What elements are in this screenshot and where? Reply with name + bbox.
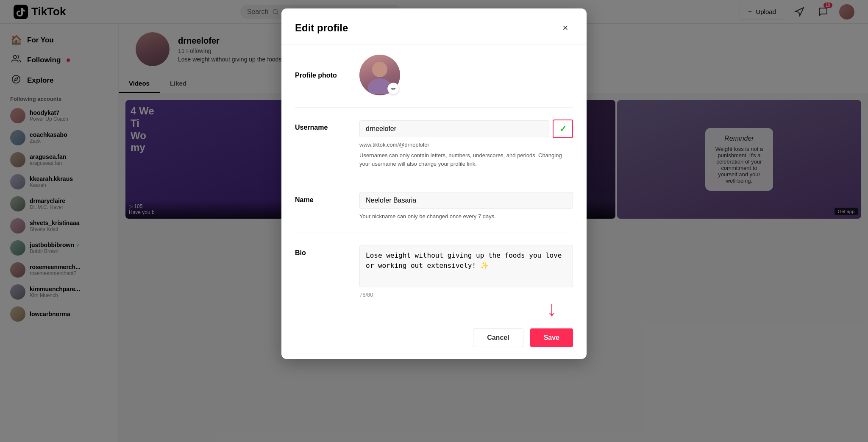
modal-header: Edit profile ×	[281, 8, 587, 44]
username-hint: Usernames can only contain letters, numb…	[359, 151, 573, 168]
modal-close-button[interactable]: ×	[558, 20, 573, 36]
profile-link: www.tiktok.com/@drneelofer	[359, 142, 573, 148]
photo-label: Profile photo	[295, 55, 346, 79]
bio-textarea[interactable]: Lose weight without giving up the foods …	[359, 245, 573, 287]
username-field-wrapper: ✓ www.tiktok.com/@drneelofer Usernames c…	[359, 120, 573, 168]
save-button[interactable]: Save	[530, 328, 573, 347]
edit-profile-modal: Edit profile × Profile photo	[281, 8, 587, 359]
name-section: Name Your nickname can only be changed o…	[295, 192, 573, 233]
username-section: Username ✓ www.tiktok.com/@drneelofer Us…	[295, 120, 573, 180]
name-label: Name	[295, 192, 346, 204]
cancel-button[interactable]: Cancel	[473, 328, 523, 347]
name-hint: Your nickname can only be changed once e…	[359, 212, 573, 221]
photo-edit-button[interactable]: ✏	[387, 83, 399, 95]
bio-field-wrapper: Lose weight without giving up the foods …	[359, 245, 573, 298]
modal-body: Profile photo ✏	[281, 44, 587, 320]
bio-section: Bio Lose weight without giving up the fo…	[295, 245, 573, 310]
pencil-icon: ✏	[391, 86, 396, 92]
close-icon: ×	[563, 22, 568, 33]
bio-counter: 78/80	[359, 292, 573, 298]
save-arrow-indicator: ↓	[547, 299, 557, 319]
username-input-row: ✓	[359, 120, 573, 138]
username-check-box: ✓	[553, 120, 573, 138]
username-label: Username	[295, 120, 346, 131]
photo-wrapper: ✏	[359, 55, 400, 95]
modal-overlay: Edit profile × Profile photo	[0, 0, 868, 442]
svg-point-9	[373, 63, 387, 76]
modal-footer: ↓ Cancel Save	[281, 320, 587, 359]
checkmark-icon: ✓	[559, 124, 567, 134]
modal-title: Edit profile	[295, 22, 348, 34]
username-input[interactable]	[359, 120, 549, 137]
name-field-wrapper: Your nickname can only be changed once e…	[359, 192, 573, 221]
name-input[interactable]	[359, 192, 573, 209]
bio-label: Bio	[295, 245, 346, 257]
profile-photo-section: Profile photo ✏	[295, 55, 573, 108]
